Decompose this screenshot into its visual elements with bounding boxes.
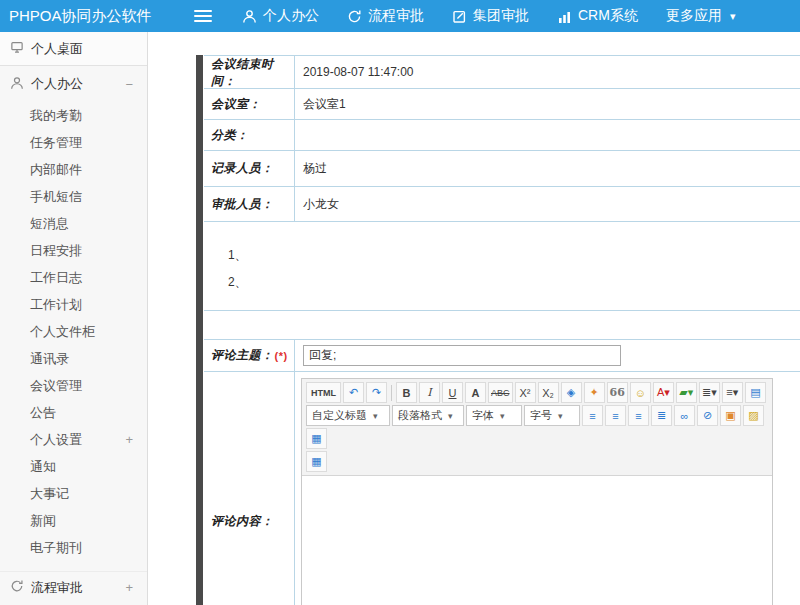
expand-icon[interactable]: + [125, 580, 133, 595]
text-color-button[interactable]: A▾ [653, 382, 674, 403]
field-label-end-time: 会议结束时间： [204, 56, 295, 88]
editor-content-area[interactable] [302, 476, 772, 605]
paragraph-format-dropdown[interactable]: 段落格式 [392, 405, 464, 426]
image-button[interactable]: ▣ [720, 405, 741, 426]
field-label-approver: 审批人员： [204, 187, 295, 221]
blockquote-button[interactable]: 66 [607, 382, 628, 403]
sidebar-group-workflow-approval[interactable]: 流程审批 + [0, 571, 147, 603]
table-button[interactable]: ▦ [306, 451, 327, 472]
nav-personal-office[interactable]: 个人办公 [228, 0, 333, 32]
sidebar-item-announcements[interactable]: 公告 [0, 399, 147, 426]
sidebar-item-news[interactable]: 新闻 [0, 507, 147, 534]
person-icon [10, 76, 24, 93]
field-label-recorder: 记录人员： [204, 151, 295, 186]
align-left-button[interactable]: ≡ [582, 405, 603, 426]
sidebar-item-meetings[interactable]: 会议管理 [0, 372, 147, 399]
justify-button[interactable]: ≣ [651, 405, 672, 426]
nav-group-approval[interactable]: 集团审批 [438, 0, 543, 32]
sidebar-item-sms[interactable]: 手机短信 [0, 183, 147, 210]
collapse-icon[interactable]: − [125, 77, 133, 92]
sidebar-item-major-events[interactable]: 大事记 [0, 480, 147, 507]
bold-button[interactable]: B [396, 382, 417, 403]
table-row: 记录人员： 杨过 [204, 151, 800, 187]
editor-toolbar-row2: 自定义标题 段落格式 字体 字号 ≡ ≡ ≡ ≣ ∞ ⊘ ▣ [305, 404, 769, 450]
underline-button[interactable]: U [442, 382, 463, 403]
align-center-button[interactable]: ≡ [605, 405, 626, 426]
sidebar-group-personal-office[interactable]: 个人办公 − [0, 66, 147, 102]
note-line: 2、 [228, 269, 800, 296]
link-button[interactable]: ∞ [674, 405, 695, 426]
unlink-button[interactable]: ⊘ [697, 405, 718, 426]
heading-style-dropdown[interactable]: 自定义标题 [306, 405, 390, 426]
field-value-meeting-room: 会议室1 [295, 89, 800, 119]
field-value-end-time: 2019-08-07 11:47:00 [295, 56, 800, 88]
unordered-list-button[interactable]: ≡▾ [722, 382, 743, 403]
nav-more-apps[interactable]: 更多应用 ▾ [652, 0, 750, 32]
sidebar: 个人桌面 个人办公 − 我的考勤 任务管理 内部邮件 手机短信 短消息 日程安排… [0, 32, 148, 605]
source-code-button[interactable]: HTML [306, 382, 341, 403]
comment-subject-input[interactable] [303, 345, 621, 366]
editor-toolbar-row3: ▦ [305, 450, 769, 473]
sidebar-item-contacts[interactable]: 通讯录 [0, 345, 147, 372]
font-size-dropdown[interactable]: 字号 [524, 405, 580, 426]
nav-crm-system[interactable]: CRM系统 [543, 0, 652, 32]
section-gap [204, 311, 800, 339]
sidebar-item-personal-settings[interactable]: 个人设置 + [0, 426, 147, 453]
caret-down-icon: ▾ [730, 10, 736, 23]
redo-button[interactable]: ↷ [366, 382, 387, 403]
edit-icon [452, 9, 467, 24]
sidebar-item-file-cabinet[interactable]: 个人文件柜 [0, 318, 147, 345]
subscript-button[interactable]: X₂ [538, 382, 559, 403]
new-page-button[interactable]: ▤ [745, 382, 766, 403]
sidebar-item-notifications[interactable]: 通知 [0, 453, 147, 480]
sidebar-item-desktop[interactable]: 个人桌面 [0, 32, 147, 66]
desktop-icon [10, 40, 24, 57]
highlight-color-button[interactable]: ▰▾ [676, 382, 697, 403]
sidebar-item-work-plan[interactable]: 工作计划 [0, 291, 147, 318]
field-label-meeting-room: 会议室： [204, 89, 295, 119]
sidebar-item-tasks[interactable]: 任务管理 [0, 129, 147, 156]
comment-subject-label: 评论主题： (*) [204, 340, 295, 371]
remove-format-button[interactable]: ◈ [561, 382, 582, 403]
align-right-button[interactable]: ≡ [628, 405, 649, 426]
rich-text-editor: HTML ↶ ↷ B I U A ABC X² X₂ [301, 378, 773, 605]
sidebar-personal-office-list: 我的考勤 任务管理 内部邮件 手机短信 短消息 日程安排 工作日志 工作计划 个… [0, 102, 147, 561]
table-row: 会议结束时间： 2019-08-07 11:47:00 [204, 56, 800, 89]
top-navigation: 个人办公 流程审批 集团审批 CRM系统 更多应用 ▾ [228, 0, 749, 32]
comment-content-cell: HTML ↶ ↷ B I U A ABC X² X₂ [295, 372, 800, 605]
field-label-category: 分类： [204, 120, 295, 150]
menu-toggle-icon[interactable] [194, 10, 212, 22]
sidebar-item-attendance[interactable]: 我的考勤 [0, 102, 147, 129]
sidebar-item-short-message[interactable]: 短消息 [0, 210, 147, 237]
strikethrough-button[interactable]: ABC [488, 382, 513, 403]
save-button[interactable]: ▦ [306, 428, 327, 449]
table-row: 评论内容： HTML ↶ ↷ B I [204, 372, 800, 605]
workflow-icon [347, 9, 362, 24]
sidebar-item-e-journal[interactable]: 电子期刊 [0, 534, 147, 561]
note-line: 1、 [228, 242, 800, 269]
font-family-dropdown[interactable]: 字体 [466, 405, 522, 426]
workflow-icon [10, 579, 24, 596]
sidebar-item-schedule[interactable]: 日程安排 [0, 237, 147, 264]
comment-form-table: 评论主题： (*) 评论内容： HTML [204, 339, 800, 605]
comment-content-label: 评论内容： [204, 372, 295, 605]
field-value-recorder: 杨过 [295, 151, 800, 186]
sidebar-item-internal-mail[interactable]: 内部邮件 [0, 156, 147, 183]
format-brush-button[interactable]: ✦ [584, 382, 605, 403]
content-scrollbar[interactable] [196, 55, 203, 605]
expand-icon[interactable]: + [125, 426, 133, 453]
superscript-button[interactable]: X² [515, 382, 536, 403]
meeting-detail-panel: 会议结束时间： 2019-08-07 11:47:00 会议室： 会议室1 分类… [204, 55, 800, 605]
nav-workflow-approval[interactable]: 流程审批 [333, 0, 438, 32]
font-style-button[interactable]: A [465, 382, 486, 403]
undo-button[interactable]: ↶ [343, 382, 364, 403]
app-logo: PHPOA协同办公软件 [0, 7, 186, 26]
chart-icon [557, 9, 572, 24]
italic-button[interactable]: I [419, 382, 440, 403]
ordered-list-button[interactable]: ≣▾ [699, 382, 720, 403]
emoticons-button[interactable]: ☺ [630, 382, 651, 403]
sidebar-item-work-log[interactable]: 工作日志 [0, 264, 147, 291]
meeting-notes: 1、 2、 [204, 222, 800, 311]
comment-subject-cell [295, 340, 800, 371]
media-button[interactable]: ▨ [743, 405, 764, 426]
